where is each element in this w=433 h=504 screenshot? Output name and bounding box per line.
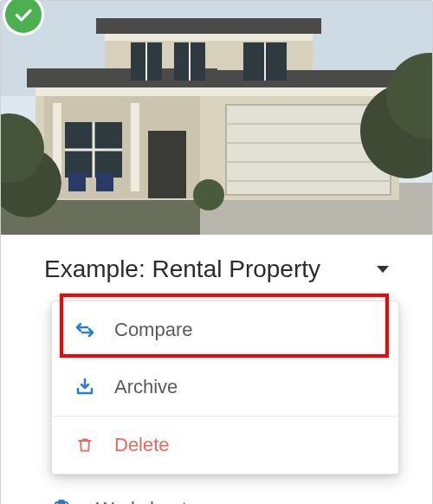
archive-icon	[74, 377, 95, 397]
menu-item-label: Archive	[114, 376, 178, 398]
card-actions-menu: Compare Archive Delete	[51, 300, 399, 475]
card-title: Example: Rental Property	[44, 255, 320, 283]
menu-item-label: Delete	[114, 434, 170, 456]
svg-rect-10	[105, 34, 313, 41]
svg-rect-9	[36, 87, 399, 96]
menu-item-label: Compare	[114, 319, 192, 341]
svg-rect-13	[131, 103, 139, 191]
card-title-dropdown-trigger[interactable]: Example: Rental Property	[44, 255, 397, 283]
svg-rect-35	[68, 172, 86, 191]
trash-icon	[74, 435, 95, 456]
menu-item-compare[interactable]: Compare	[52, 301, 398, 359]
property-card: Example: Rental Property Compare	[0, 0, 433, 504]
svg-rect-17	[148, 131, 186, 198]
clipboard-icon	[51, 499, 72, 504]
card-body: Example: Rental Property Compare	[1, 235, 432, 504]
svg-rect-36	[96, 172, 113, 191]
svg-marker-7	[96, 18, 321, 34]
menu-item-archive[interactable]: Archive	[52, 359, 398, 416]
property-hero-image	[1, 1, 432, 235]
svg-point-34	[193, 179, 224, 210]
menu-item-delete[interactable]: Delete	[52, 417, 398, 474]
compare-icon	[74, 320, 95, 340]
check-icon	[12, 3, 35, 26]
caret-down-icon	[377, 266, 389, 273]
action-label: Worksheet	[96, 498, 187, 504]
